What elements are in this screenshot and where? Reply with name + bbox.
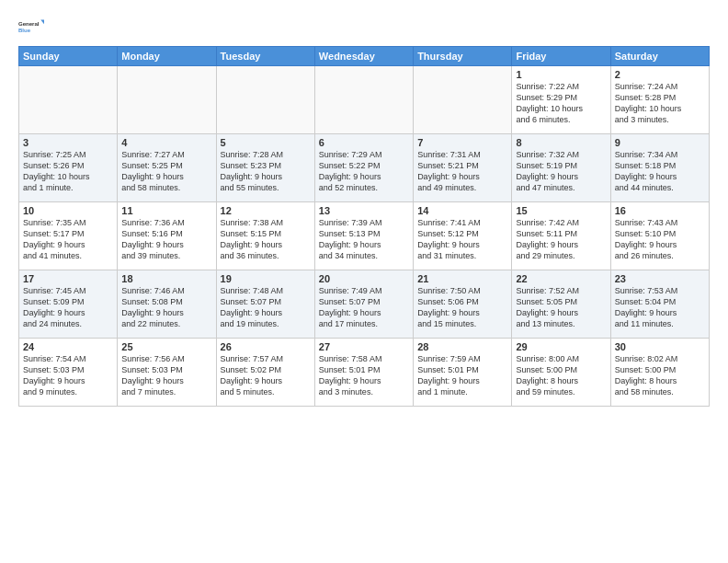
svg-text:General: General xyxy=(18,21,40,27)
day-number: 11 xyxy=(121,205,211,216)
calendar-cell: 20Sunrise: 7:49 AM Sunset: 5:07 PM Dayli… xyxy=(314,270,413,339)
logo: General Blue xyxy=(18,15,44,40)
calendar-cell: 12Sunrise: 7:38 AM Sunset: 5:15 PM Dayli… xyxy=(216,202,314,270)
calendar-cell: 23Sunrise: 7:53 AM Sunset: 5:04 PM Dayli… xyxy=(610,270,709,339)
day-number: 16 xyxy=(615,205,705,216)
day-number: 18 xyxy=(121,273,211,284)
day-number: 21 xyxy=(417,273,507,284)
week-row-3: 10Sunrise: 7:35 AM Sunset: 5:17 PM Dayli… xyxy=(19,202,710,270)
day-info: Sunrise: 7:25 AM Sunset: 5:26 PM Dayligh… xyxy=(23,149,113,194)
calendar-cell: 6Sunrise: 7:29 AM Sunset: 5:22 PM Daylig… xyxy=(314,134,413,202)
weekday-header-friday: Friday xyxy=(512,47,610,66)
calendar-cell: 9Sunrise: 7:34 AM Sunset: 5:18 PM Daylig… xyxy=(610,134,709,202)
calendar-cell xyxy=(118,66,216,134)
day-number: 2 xyxy=(615,69,705,80)
day-info: Sunrise: 7:24 AM Sunset: 5:28 PM Dayligh… xyxy=(615,81,705,126)
weekday-header-sunday: Sunday xyxy=(19,47,118,66)
day-info: Sunrise: 7:34 AM Sunset: 5:18 PM Dayligh… xyxy=(615,149,705,194)
calendar-cell: 2Sunrise: 7:24 AM Sunset: 5:28 PM Daylig… xyxy=(610,66,709,134)
calendar-cell xyxy=(314,66,413,134)
calendar-cell: 22Sunrise: 7:52 AM Sunset: 5:05 PM Dayli… xyxy=(512,270,610,339)
calendar-cell: 4Sunrise: 7:27 AM Sunset: 5:25 PM Daylig… xyxy=(118,134,216,202)
calendar-cell: 26Sunrise: 7:57 AM Sunset: 5:02 PM Dayli… xyxy=(216,339,314,407)
calendar-cell: 21Sunrise: 7:50 AM Sunset: 5:06 PM Dayli… xyxy=(414,270,512,339)
day-number: 6 xyxy=(319,137,409,148)
weekday-header-saturday: Saturday xyxy=(610,47,709,66)
day-info: Sunrise: 8:02 AM Sunset: 5:00 PM Dayligh… xyxy=(615,353,705,398)
day-info: Sunrise: 7:32 AM Sunset: 5:19 PM Dayligh… xyxy=(516,149,606,194)
week-row-4: 17Sunrise: 7:45 AM Sunset: 5:09 PM Dayli… xyxy=(19,270,710,339)
week-row-1: 1Sunrise: 7:22 AM Sunset: 5:29 PM Daylig… xyxy=(19,66,710,134)
day-info: Sunrise: 7:27 AM Sunset: 5:25 PM Dayligh… xyxy=(121,149,211,194)
day-info: Sunrise: 8:00 AM Sunset: 5:00 PM Dayligh… xyxy=(516,353,606,398)
day-number: 17 xyxy=(23,273,113,284)
day-info: Sunrise: 7:57 AM Sunset: 5:02 PM Dayligh… xyxy=(221,353,311,398)
svg-marker-2 xyxy=(40,20,44,25)
day-number: 29 xyxy=(516,341,606,352)
calendar-cell: 15Sunrise: 7:42 AM Sunset: 5:11 PM Dayli… xyxy=(512,202,610,270)
day-info: Sunrise: 7:42 AM Sunset: 5:11 PM Dayligh… xyxy=(516,217,606,262)
day-number: 26 xyxy=(221,341,311,352)
page-container: General Blue SundayMondayTuesdayWednesda… xyxy=(0,0,728,563)
day-info: Sunrise: 7:46 AM Sunset: 5:08 PM Dayligh… xyxy=(121,285,211,330)
weekday-header-monday: Monday xyxy=(118,47,216,66)
day-number: 13 xyxy=(319,205,409,216)
page-header: General Blue xyxy=(18,15,710,40)
day-number: 30 xyxy=(615,341,705,352)
day-number: 1 xyxy=(516,69,606,80)
day-number: 3 xyxy=(23,137,113,148)
day-info: Sunrise: 7:49 AM Sunset: 5:07 PM Dayligh… xyxy=(319,285,409,330)
day-info: Sunrise: 7:31 AM Sunset: 5:21 PM Dayligh… xyxy=(417,149,507,194)
day-number: 12 xyxy=(221,205,311,216)
day-info: Sunrise: 7:50 AM Sunset: 5:06 PM Dayligh… xyxy=(417,285,507,330)
day-info: Sunrise: 7:43 AM Sunset: 5:10 PM Dayligh… xyxy=(615,217,705,262)
day-info: Sunrise: 7:39 AM Sunset: 5:13 PM Dayligh… xyxy=(319,217,409,262)
day-number: 4 xyxy=(121,137,211,148)
day-info: Sunrise: 7:38 AM Sunset: 5:15 PM Dayligh… xyxy=(221,217,311,262)
day-info: Sunrise: 7:29 AM Sunset: 5:22 PM Dayligh… xyxy=(319,149,409,194)
calendar-cell: 25Sunrise: 7:56 AM Sunset: 5:03 PM Dayli… xyxy=(118,339,216,407)
weekday-header-tuesday: Tuesday xyxy=(216,47,314,66)
calendar-cell: 7Sunrise: 7:31 AM Sunset: 5:21 PM Daylig… xyxy=(414,134,512,202)
day-number: 25 xyxy=(121,341,211,352)
day-number: 28 xyxy=(417,341,507,352)
day-number: 23 xyxy=(615,273,705,284)
day-info: Sunrise: 7:22 AM Sunset: 5:29 PM Dayligh… xyxy=(516,81,606,126)
day-info: Sunrise: 7:53 AM Sunset: 5:04 PM Dayligh… xyxy=(615,285,705,330)
calendar-cell: 19Sunrise: 7:48 AM Sunset: 5:07 PM Dayli… xyxy=(216,270,314,339)
day-number: 8 xyxy=(516,137,606,148)
day-info: Sunrise: 7:59 AM Sunset: 5:01 PM Dayligh… xyxy=(417,353,507,398)
calendar-table: SundayMondayTuesdayWednesdayThursdayFrid… xyxy=(18,46,710,407)
day-number: 22 xyxy=(516,273,606,284)
calendar-cell xyxy=(216,66,314,134)
day-info: Sunrise: 7:52 AM Sunset: 5:05 PM Dayligh… xyxy=(516,285,606,330)
calendar-cell: 10Sunrise: 7:35 AM Sunset: 5:17 PM Dayli… xyxy=(19,202,118,270)
calendar-cell: 11Sunrise: 7:36 AM Sunset: 5:16 PM Dayli… xyxy=(118,202,216,270)
calendar-cell: 16Sunrise: 7:43 AM Sunset: 5:10 PM Dayli… xyxy=(610,202,709,270)
calendar-cell xyxy=(414,66,512,134)
calendar-cell: 29Sunrise: 8:00 AM Sunset: 5:00 PM Dayli… xyxy=(512,339,610,407)
calendar-cell: 14Sunrise: 7:41 AM Sunset: 5:12 PM Dayli… xyxy=(414,202,512,270)
day-number: 9 xyxy=(615,137,705,148)
calendar-cell: 1Sunrise: 7:22 AM Sunset: 5:29 PM Daylig… xyxy=(512,66,610,134)
week-row-2: 3Sunrise: 7:25 AM Sunset: 5:26 PM Daylig… xyxy=(19,134,710,202)
calendar-cell: 30Sunrise: 8:02 AM Sunset: 5:00 PM Dayli… xyxy=(610,339,709,407)
weekday-header-wednesday: Wednesday xyxy=(314,47,413,66)
day-info: Sunrise: 7:48 AM Sunset: 5:07 PM Dayligh… xyxy=(221,285,311,330)
calendar-cell: 24Sunrise: 7:54 AM Sunset: 5:03 PM Dayli… xyxy=(19,339,118,407)
day-number: 5 xyxy=(221,137,311,148)
calendar-cell: 13Sunrise: 7:39 AM Sunset: 5:13 PM Dayli… xyxy=(314,202,413,270)
day-number: 10 xyxy=(23,205,113,216)
day-info: Sunrise: 7:54 AM Sunset: 5:03 PM Dayligh… xyxy=(23,353,113,398)
day-number: 20 xyxy=(319,273,409,284)
calendar-cell: 5Sunrise: 7:28 AM Sunset: 5:23 PM Daylig… xyxy=(216,134,314,202)
calendar-cell: 28Sunrise: 7:59 AM Sunset: 5:01 PM Dayli… xyxy=(414,339,512,407)
day-info: Sunrise: 7:28 AM Sunset: 5:23 PM Dayligh… xyxy=(221,149,311,194)
calendar-cell: 27Sunrise: 7:58 AM Sunset: 5:01 PM Dayli… xyxy=(314,339,413,407)
weekday-header-thursday: Thursday xyxy=(414,47,512,66)
week-row-5: 24Sunrise: 7:54 AM Sunset: 5:03 PM Dayli… xyxy=(19,339,710,407)
calendar-cell: 18Sunrise: 7:46 AM Sunset: 5:08 PM Dayli… xyxy=(118,270,216,339)
day-number: 14 xyxy=(417,205,507,216)
day-info: Sunrise: 7:45 AM Sunset: 5:09 PM Dayligh… xyxy=(23,285,113,330)
day-info: Sunrise: 7:58 AM Sunset: 5:01 PM Dayligh… xyxy=(319,353,409,398)
